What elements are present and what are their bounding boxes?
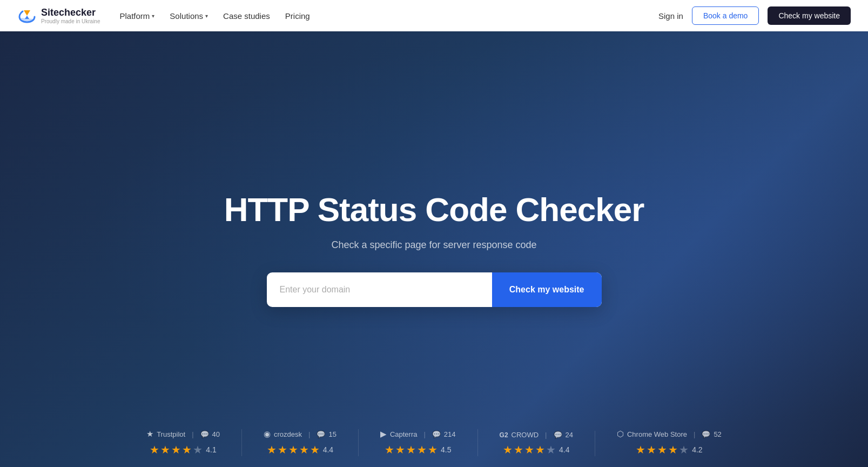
check-website-nav-button[interactable]: Check my website <box>768 6 851 25</box>
chrome-reviews: 52 <box>714 430 721 438</box>
hero-subtitle: Check a specific page for server respons… <box>331 239 536 251</box>
logo-text: Sitechecker Proudly made in Ukraine <box>41 7 100 24</box>
nav-links: Platform ▾ Solutions ▾ Case studies Pric… <box>120 11 310 21</box>
trustpilot-icon: ★ <box>146 429 153 439</box>
chat-icon: 💬 <box>702 430 710 438</box>
rating-capterra: ▶ Capterra | 💬 214 ★ ★ ★ ★ ★ 4.5 <box>359 429 478 456</box>
crozdesk-reviews: 15 <box>328 430 336 438</box>
logo-icon <box>17 8 37 23</box>
chat-icon: 💬 <box>432 430 441 438</box>
search-box: Check my website <box>267 272 602 307</box>
nav-solutions[interactable]: Solutions ▾ <box>170 11 208 21</box>
capterra-reviews: 214 <box>444 430 456 438</box>
rating-trustpilot: ★ Trustpilot | 💬 40 ★ ★ ★ ★ ★ 4.1 <box>125 429 242 456</box>
signin-button[interactable]: Sign in <box>658 11 683 21</box>
logo-name: Sitechecker <box>41 7 100 18</box>
chat-icon: 💬 <box>317 430 325 438</box>
crozdesk-icon: ◉ <box>264 429 271 439</box>
trustpilot-stars: ★ ★ ★ ★ ★ 4.1 <box>150 443 216 456</box>
hero-content: HTTP Status Code Checker Check a specifi… <box>0 191 868 306</box>
chrome-stars: ★ ★ ★ ★ ★ 4.2 <box>636 443 702 456</box>
crozdesk-stars: ★ ★ ★ ★ ★ 4.4 <box>267 443 333 456</box>
chat-icon: 💬 <box>554 431 562 439</box>
trustpilot-name: Trustpilot <box>157 430 185 438</box>
logo-tagline: Proudly made in Ukraine <box>41 18 100 24</box>
hero-title: HTTP Status Code Checker <box>224 191 644 228</box>
chevron-down-icon: ▾ <box>205 13 208 19</box>
chrome-name: Chrome Web Store <box>627 430 687 438</box>
logo[interactable]: Sitechecker Proudly made in Ukraine <box>17 7 100 24</box>
rating-crozdesk: ◉ crozdesk | 💬 15 ★ ★ ★ ★ ★ 4.4 <box>242 429 359 456</box>
nav-left: Sitechecker Proudly made in Ukraine Plat… <box>17 7 310 24</box>
rating-g2crowd: G2 CROWD | 💬 24 ★ ★ ★ ★ ★ 4.4 <box>478 431 595 456</box>
capterra-name: Capterra <box>390 430 418 438</box>
capterra-icon: ▶ <box>380 429 387 439</box>
nav-case-studies[interactable]: Case studies <box>223 11 270 21</box>
navbar: Sitechecker Proudly made in Ukraine Plat… <box>0 0 868 31</box>
g2crowd-icon: G2 <box>500 431 508 439</box>
hero-section: HTTP Status Code Checker Check a specifi… <box>0 0 868 467</box>
check-website-hero-button[interactable]: Check my website <box>492 272 602 307</box>
nav-pricing[interactable]: Pricing <box>285 11 310 21</box>
chevron-down-icon: ▾ <box>152 13 154 19</box>
book-demo-button[interactable]: Book a demo <box>692 6 759 25</box>
nav-right: Sign in Book a demo Check my website <box>658 6 851 25</box>
ratings-bar: ★ Trustpilot | 💬 40 ★ ★ ★ ★ ★ 4.1 ◉ croz… <box>0 429 868 467</box>
rating-chrome: ⬡ Chrome Web Store | 💬 52 ★ ★ ★ ★ ★ 4.2 <box>595 429 743 456</box>
g2crowd-reviews: 24 <box>566 431 573 439</box>
chat-icon: 💬 <box>200 430 209 438</box>
g2crowd-stars: ★ ★ ★ ★ ★ 4.4 <box>503 443 569 456</box>
trustpilot-reviews: 40 <box>212 430 220 438</box>
chrome-icon: ⬡ <box>617 429 624 439</box>
nav-platform[interactable]: Platform ▾ <box>120 11 155 21</box>
domain-search-input[interactable] <box>267 272 492 307</box>
capterra-stars: ★ ★ ★ ★ ★ 4.5 <box>385 443 451 456</box>
g2crowd-name: CROWD <box>512 431 539 439</box>
crozdesk-name: crozdesk <box>274 430 302 438</box>
